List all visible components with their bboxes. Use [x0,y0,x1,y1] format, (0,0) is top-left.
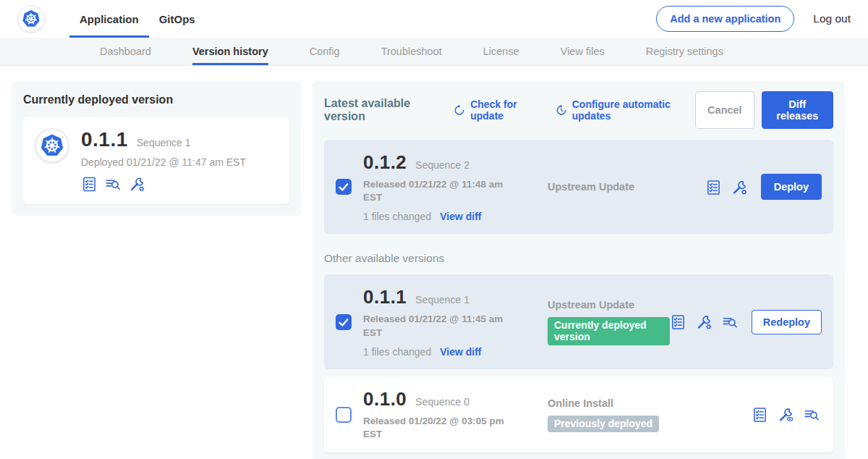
configure-updates-label: Configure automatic updates [572,98,695,122]
deployed-timestamp: Deployed 01/21/22 @ 11:47 am EST [81,156,246,168]
version-number: 0.1.1 [363,286,407,308]
subnav-tab-dashboard[interactable]: Dashboard [100,38,151,65]
sequence-label: Sequence 1 [415,294,469,306]
subnav-tab-view-files[interactable]: View files [561,38,605,65]
deployed-sequence-label: Sequence 1 [137,137,191,148]
view-diff-link[interactable]: View diff [440,346,481,358]
deploy-logs-icon[interactable] [722,313,739,330]
sequence-label: Sequence 2 [415,159,469,171]
deploy-button[interactable]: Deploy [761,174,822,200]
version-row-0-1-1: 0.1.1 Sequence 1 Released 01/21/22 @ 11:… [324,274,833,369]
subnav-tab-license[interactable]: License [483,38,519,65]
cancel-button[interactable]: Cancel [695,91,754,129]
version-history-panel: Latest available version Check for updat… [312,81,845,459]
currently-deployed-badge: Currently deployed version [548,317,670,345]
check-for-update-label: Check for update [470,98,542,122]
subnav-tab-registry-settings[interactable]: Registry settings [646,38,723,65]
latest-version-header: Latest available version Check for updat… [324,91,833,129]
topnav-tabs: Application GitOps [69,0,205,38]
release-notes-icon[interactable] [705,179,722,195]
subnav-tab-version-history[interactable]: Version history [192,38,268,65]
released-timestamp: Released 01/21/22 @ 11:48 am EST [363,178,511,204]
currently-deployed-panel: Currently deployed version 0.1.1 Sequenc… [12,81,301,216]
version-source-label: Upstream Update [548,299,670,311]
release-notes-icon[interactable] [81,176,98,193]
add-application-button[interactable]: Add a new application [656,6,794,32]
logout-link[interactable]: Log out [813,12,851,25]
other-versions-heading: Other available versions [324,252,833,265]
deployed-version-number: 0.1.1 [81,128,128,151]
currently-deployed-title: Currently deployed version [23,93,289,106]
version-source-label: Online Install [548,397,752,409]
tab-gitops[interactable]: GitOps [149,0,205,38]
release-notes-icon[interactable] [670,313,686,330]
top-navbar: Application GitOps Add a new application… [0,0,868,38]
sequence-label: Sequence 0 [415,396,469,408]
version-number: 0.1.0 [363,388,407,410]
version-checkbox[interactable] [336,407,352,423]
files-changed-label: 1 files changed [363,346,431,358]
kubernetes-logo-icon [17,5,45,33]
redeploy-button[interactable]: Redeploy [752,310,822,334]
version-checkbox[interactable] [336,179,352,195]
refresh-icon [453,104,466,117]
app-subnav: Dashboard Version history Config Trouble… [0,38,868,66]
version-row-0-1-0: 0.1.0 Sequence 0 Released 01/20/22 @ 03:… [324,376,833,452]
schedule-icon [555,104,568,117]
configure-updates-link[interactable]: Configure automatic updates [555,98,695,122]
deploy-logs-icon[interactable] [105,176,122,193]
version-row-0-1-2: 0.1.2 Sequence 2 Released 01/21/22 @ 11:… [324,140,833,234]
config-icon[interactable] [696,313,712,330]
release-notes-icon[interactable] [752,406,768,423]
tab-application[interactable]: Application [69,0,149,38]
released-timestamp: Released 01/20/22 @ 03:05 pm EST [363,415,511,441]
tab-application-label: Application [80,13,139,25]
config-icon[interactable] [129,176,145,193]
files-changed-label: 1 files changed [363,211,431,222]
main-content: Currently deployed version 0.1.1 Sequenc… [0,66,868,459]
subnav-tab-config[interactable]: Config [310,38,340,65]
version-number: 0.1.2 [363,151,407,174]
view-diff-link[interactable]: View diff [440,211,481,222]
version-source-label: Upstream Update [548,181,705,193]
tab-gitops-label: GitOps [159,13,195,25]
view-config-icon[interactable] [778,406,794,423]
subnav-tab-troubleshoot[interactable]: Troubleshoot [381,38,442,65]
released-timestamp: Released 01/21/22 @ 11:45 am EST [363,313,511,339]
deployed-version-card: 0.1.1 Sequence 1 Deployed 01/21/22 @ 11:… [23,117,289,204]
previously-deployed-badge: Previously deployed [548,416,659,432]
app-logo-icon [35,128,69,163]
version-checkbox[interactable] [336,314,352,330]
latest-version-title: Latest available version [324,97,441,123]
check-for-update-link[interactable]: Check for update [453,98,542,122]
diff-releases-button[interactable]: Diff releases [762,91,833,129]
deploy-logs-icon[interactable] [804,406,820,423]
config-icon[interactable] [731,179,748,195]
